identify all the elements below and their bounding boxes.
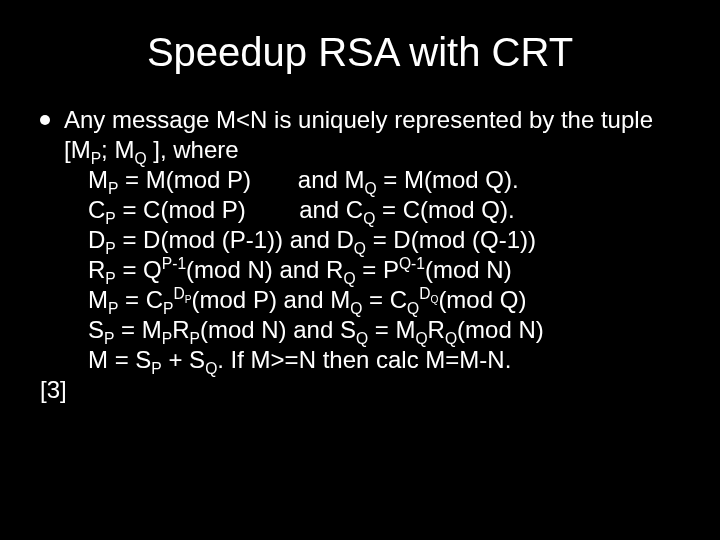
bullet-item: Any message M<N is uniquely represented … (40, 105, 680, 375)
t: M (88, 286, 108, 313)
reference: [3] (40, 375, 680, 405)
t: C (88, 196, 105, 223)
eq-line-7: M = SP + SQ. If M>=N then calc M=M-N. (88, 345, 680, 375)
t: D (419, 285, 430, 302)
slide: Speedup RSA with CRT Any message M<N is … (0, 0, 720, 540)
t: = D(mod (P-1)) and D (116, 226, 354, 253)
eq-line-3: DP = D(mod (P-1)) and DQ = D(mod (Q-1)) (88, 225, 680, 255)
sup: Q-1 (399, 255, 425, 272)
sub: Q (205, 360, 217, 377)
equation-block: MP = M(mod P) and MQ = M(mod Q). CP = C(… (88, 165, 680, 375)
t: M = S (88, 346, 151, 373)
eq-line-5: MP = CPDP(mod P) and MQ = CQDQ(mod Q) (88, 285, 680, 315)
t: = C (118, 286, 163, 313)
t: = Q (116, 256, 162, 283)
t: = D(mod (Q-1)) (366, 226, 536, 253)
t: D (174, 285, 185, 302)
t: = C(mod P) (116, 196, 246, 223)
t: ], where (147, 136, 239, 163)
sup: DP (174, 285, 192, 302)
t: R (428, 316, 445, 343)
slide-title: Speedup RSA with CRT (40, 30, 680, 75)
t: = C(mod Q). (375, 196, 514, 223)
eq-line-2: CP = C(mod P) and CQ = C(mod Q). (88, 195, 680, 225)
bullet-content: Any message M<N is uniquely represented … (64, 105, 680, 375)
t: = C (362, 286, 407, 313)
t: (mod P) and M (192, 286, 351, 313)
t: R (88, 256, 105, 283)
t: and C (299, 196, 363, 223)
t: . If M>=N then calc M=M-N. (217, 346, 511, 373)
t: (mod N) and R (186, 256, 343, 283)
sup: P-1 (162, 255, 186, 272)
t: = M(mod Q). (377, 166, 519, 193)
t: (mod N) (457, 316, 544, 343)
slide-body: Any message M<N is uniquely represented … (40, 105, 680, 405)
t: S (88, 316, 104, 343)
eq-line-1: MP = M(mod P) and MQ = M(mod Q). (88, 165, 680, 195)
sub: P (185, 294, 192, 305)
t: M (88, 166, 108, 193)
sup: DQ (419, 285, 438, 302)
t: (mod N) and S (200, 316, 356, 343)
t: (mod Q) (438, 286, 526, 313)
t: and M (298, 166, 365, 193)
sub: P (151, 360, 161, 377)
eq-line-4: RP = QP-1(mod N) and RQ = PQ-1(mod N) (88, 255, 680, 285)
t: = M (114, 316, 161, 343)
t: = P (356, 256, 399, 283)
t: (mod N) (425, 256, 512, 283)
t: R (172, 316, 189, 343)
t: ; M (101, 136, 134, 163)
eq-line-6: SP = MPRP(mod N) and SQ = MQRQ(mod N) (88, 315, 680, 345)
t: + S (162, 346, 205, 373)
t: D (88, 226, 105, 253)
t: = M(mod P) (118, 166, 251, 193)
bullet-icon (40, 115, 50, 125)
t: = M (368, 316, 415, 343)
intro-text: Any message M<N is uniquely represented … (64, 106, 653, 163)
